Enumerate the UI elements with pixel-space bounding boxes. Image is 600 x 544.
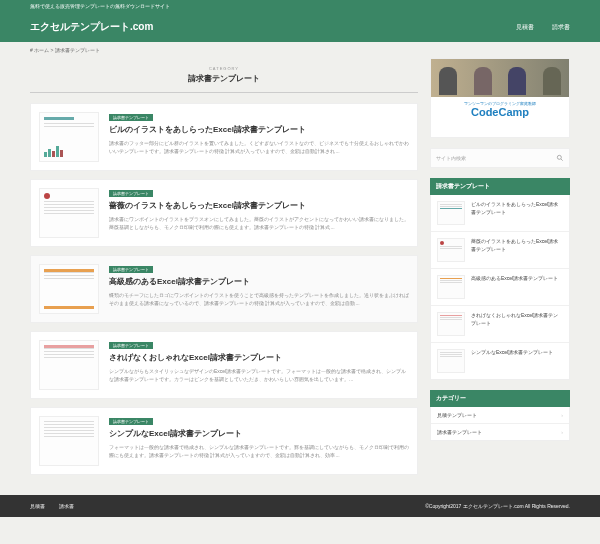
post-thumbnail	[39, 112, 99, 162]
post-thumbnail	[39, 416, 99, 466]
ad-brand: CodeCamp	[435, 106, 565, 118]
footer-nav-invoice[interactable]: 請求書	[59, 503, 74, 509]
post-excerpt: フォーマットは一般的な請求書で構成され、シンプルな請求書テンプレートです。罫を基…	[109, 443, 409, 459]
post-title: ビルのイラストをあしらったExcel請求書テンプレート	[109, 124, 409, 135]
recent-item[interactable]: 高級感のあるExcel請求書テンプレート	[431, 269, 569, 306]
category-list: 見積テンプレート› 請求書テンプレート›	[430, 407, 570, 441]
post-title: シンプルなExcel請求書テンプレート	[109, 428, 409, 439]
post-card[interactable]: 請求書テンプレート されげなくおしゃれなExcel請求書テンプレート シンプルな…	[30, 331, 418, 399]
category-item[interactable]: 見積テンプレート›	[431, 407, 569, 424]
recent-thumb	[437, 349, 465, 373]
svg-line-1	[561, 159, 563, 161]
main-nav: 見積書 請求書	[516, 23, 570, 32]
post-tag: 請求書テンプレート	[109, 190, 153, 197]
post-thumbnail	[39, 340, 99, 390]
post-thumbnail	[39, 264, 99, 314]
footer: 見積書 請求書 ©Copyright2017 エクセルテンプレート.com Al…	[0, 495, 600, 517]
recent-item[interactable]: シンプルなExcel請求書テンプレート	[431, 343, 569, 379]
post-tag: 請求書テンプレート	[109, 266, 153, 273]
sidebar: マンツーマンのプログラミング家庭教師 CodeCamp サイト内検索 請求書テン…	[430, 58, 570, 475]
category-header: CATEGORY 請求書テンプレート	[30, 58, 418, 93]
site-logo[interactable]: エクセルテンプレート.com	[30, 20, 153, 34]
post-tag: 請求書テンプレート	[109, 418, 153, 425]
recent-title: シンプルなExcel請求書テンプレート	[471, 349, 553, 373]
recent-title: 高級感のあるExcel請求書テンプレート	[471, 275, 558, 299]
recent-title: ビルのイラストをあしらったExcel請求書テンプレート	[471, 201, 563, 225]
post-tag: 請求書テンプレート	[109, 114, 153, 121]
post-card[interactable]: 請求書テンプレート 薔薇のイラストをあしらったExcel請求書テンプレート 請求…	[30, 179, 418, 247]
breadcrumb: # ホーム > 請求書テンプレート	[0, 42, 600, 58]
footer-nav-quote[interactable]: 見積書	[30, 503, 45, 509]
recent-thumb	[437, 275, 465, 299]
recent-title: されげなくおしゃれなExcel請求書テンプレート	[471, 312, 563, 336]
post-title: されげなくおしゃれなExcel請求書テンプレート	[109, 352, 409, 363]
post-thumbnail	[39, 188, 99, 238]
category-item[interactable]: 請求書テンプレート›	[431, 424, 569, 440]
category-title: 請求書テンプレート	[30, 73, 418, 84]
post-title: 薔薇のイラストをあしらったExcel請求書テンプレート	[109, 200, 409, 211]
top-strap: 無料で使える販売管理テンプレートの無料ダウンロードサイト	[0, 0, 600, 12]
category-label: CATEGORY	[30, 66, 418, 71]
recent-item[interactable]: ビルのイラストをあしらったExcel請求書テンプレート	[431, 195, 569, 232]
svg-point-0	[557, 155, 561, 159]
post-excerpt: 請求書にワンポイントのイラストをプラスオンにしてみました。薔薇のイラストがアクセ…	[109, 215, 409, 231]
post-card[interactable]: 請求書テンプレート シンプルなExcel請求書テンプレート フォーマットは一般的…	[30, 407, 418, 475]
search-icon	[556, 154, 564, 162]
search-input[interactable]: サイト内検索	[430, 148, 570, 168]
recent-title: 薔薇のイラストをあしらったExcel請求書テンプレート	[471, 238, 563, 262]
post-card[interactable]: 請求書テンプレート ビルのイラストをあしらったExcel請求書テンプレート 請求…	[30, 103, 418, 171]
post-title: 高級感のあるExcel請求書テンプレート	[109, 276, 409, 287]
chevron-right-icon: ›	[561, 429, 563, 435]
recent-thumb	[437, 312, 465, 336]
post-excerpt: シンプルながらもスタイリッシュなデザインのExcel請求書テンプレートです。フォ…	[109, 367, 409, 383]
header: エクセルテンプレート.com 見積書 請求書	[0, 12, 600, 42]
copyright: ©Copyright2017 エクセルテンプレート.com All Rights…	[425, 503, 570, 509]
post-excerpt: 請求書のフッター部分にビル群のイラストを置いてみました。くどすぎないイラストなの…	[109, 139, 409, 155]
recent-list: ビルのイラストをあしらったExcel請求書テンプレート 薔薇のイラストをあしらっ…	[430, 195, 570, 380]
nav-item-quote[interactable]: 見積書	[516, 23, 534, 32]
nav-item-invoice[interactable]: 請求書	[552, 23, 570, 32]
post-list: 請求書テンプレート ビルのイラストをあしらったExcel請求書テンプレート 請求…	[30, 103, 418, 475]
sidebar-ad[interactable]: マンツーマンのプログラミング家庭教師 CodeCamp	[430, 58, 570, 138]
recent-item[interactable]: 薔薇のイラストをあしらったExcel請求書テンプレート	[431, 232, 569, 269]
chevron-right-icon: ›	[561, 412, 563, 418]
post-tag: 請求書テンプレート	[109, 342, 153, 349]
recent-thumb	[437, 238, 465, 262]
post-excerpt: 蝶類のモチーフにしたロゴにワンポイントのイラストを使うことで高級感を持ったテンプ…	[109, 291, 409, 307]
widget-recent-title: 請求書テンプレート	[430, 178, 570, 195]
recent-thumb	[437, 201, 465, 225]
post-card[interactable]: 請求書テンプレート 高級感のあるExcel請求書テンプレート 蝶類のモチーフにし…	[30, 255, 418, 323]
main-content: CATEGORY 請求書テンプレート 請求書テンプレート ビルのイラストをあしら…	[30, 58, 418, 475]
recent-item[interactable]: されげなくおしゃれなExcel請求書テンプレート	[431, 306, 569, 343]
widget-category-title: カテゴリー	[430, 390, 570, 407]
